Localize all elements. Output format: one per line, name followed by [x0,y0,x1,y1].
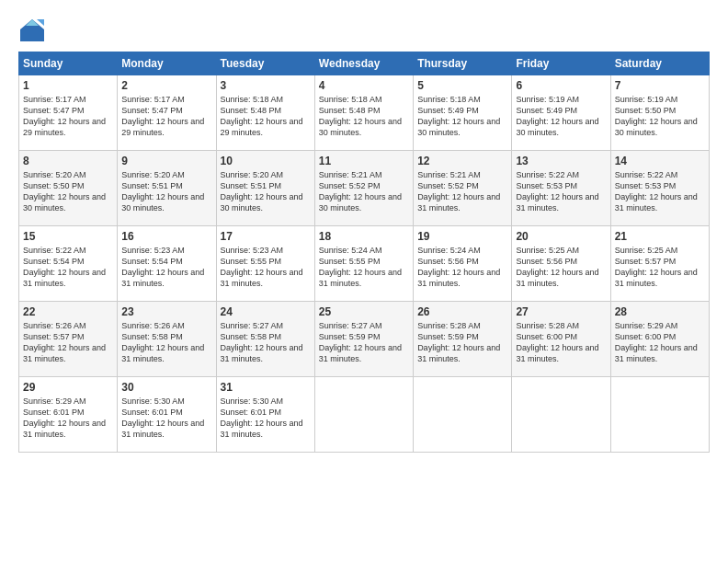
calendar-day-cell: 28 Sunrise: 5:29 AMSunset: 6:00 PMDaylig… [610,302,709,377]
day-info: Sunrise: 5:27 AMSunset: 5:58 PMDaylight:… [221,321,303,363]
day-number: 20 [516,230,606,243]
day-number: 17 [221,230,311,243]
svg-marker-2 [26,19,39,26]
day-number: 11 [319,155,409,167]
calendar-day-cell: 23 Sunrise: 5:26 AMSunset: 5:58 PMDaylig… [118,302,216,377]
logo-icon [18,17,46,44]
day-info: Sunrise: 5:26 AMSunset: 5:58 PMDaylight:… [121,321,204,363]
day-info: Sunrise: 5:25 AMSunset: 5:56 PMDaylight:… [516,246,598,288]
day-number: 8 [23,155,113,167]
weekday-header: Thursday [414,52,512,75]
day-number: 19 [417,230,507,243]
day-number: 31 [221,381,311,394]
calendar-day-cell: 24 Sunrise: 5:27 AMSunset: 5:58 PMDaylig… [216,302,314,377]
day-info: Sunrise: 5:28 AMSunset: 5:59 PMDaylight:… [417,321,500,363]
day-info: Sunrise: 5:22 AMSunset: 5:54 PMDaylight:… [23,246,106,288]
day-number: 24 [221,305,311,318]
calendar-day-cell: 26 Sunrise: 5:28 AMSunset: 5:59 PMDaylig… [414,302,512,377]
calendar-table: SundayMondayTuesdayWednesdayThursdayFrid… [18,52,710,453]
day-number: 13 [516,155,606,167]
calendar-day-cell: 15 Sunrise: 5:22 AMSunset: 5:54 PMDaylig… [19,226,118,302]
weekday-header: Tuesday [216,52,314,75]
calendar-week-row: 1 Sunrise: 5:17 AMSunset: 5:47 PMDayligh… [19,75,710,151]
day-number: 4 [319,79,409,92]
page: SundayMondayTuesdayWednesdayThursdayFrid… [0,0,728,563]
day-number: 16 [121,230,211,243]
day-info: Sunrise: 5:27 AMSunset: 5:59 PMDaylight:… [319,321,402,363]
calendar-day-cell: 16 Sunrise: 5:23 AMSunset: 5:54 PMDaylig… [118,226,216,302]
day-info: Sunrise: 5:29 AMSunset: 6:01 PMDaylight:… [23,396,106,439]
day-info: Sunrise: 5:17 AMSunset: 5:47 PMDaylight:… [121,95,204,137]
day-number: 2 [121,79,211,92]
calendar-day-cell: 27 Sunrise: 5:28 AMSunset: 6:00 PMDaylig… [512,302,610,377]
calendar-day-cell: 31 Sunrise: 5:30 AMSunset: 6:01 PMDaylig… [216,377,314,453]
logo [18,17,50,44]
day-info: Sunrise: 5:30 AMSunset: 6:01 PMDaylight:… [121,396,204,439]
day-number: 1 [23,79,113,92]
day-info: Sunrise: 5:17 AMSunset: 5:47 PMDaylight:… [23,95,106,137]
calendar-day-cell: 9 Sunrise: 5:20 AMSunset: 5:51 PMDayligh… [118,151,216,226]
calendar-day-cell: 13 Sunrise: 5:22 AMSunset: 5:53 PMDaylig… [512,151,610,226]
calendar-day-cell: 30 Sunrise: 5:30 AMSunset: 6:01 PMDaylig… [118,377,216,453]
day-info: Sunrise: 5:24 AMSunset: 5:56 PMDaylight:… [417,246,500,288]
calendar-day-cell: 25 Sunrise: 5:27 AMSunset: 5:59 PMDaylig… [314,302,413,377]
weekday-header: Wednesday [314,52,413,75]
calendar-day-cell: 21 Sunrise: 5:25 AMSunset: 5:57 PMDaylig… [610,226,709,302]
calendar-day-cell: 22 Sunrise: 5:26 AMSunset: 5:57 PMDaylig… [19,302,118,377]
day-number: 29 [23,381,113,394]
day-info: Sunrise: 5:19 AMSunset: 5:50 PMDaylight:… [615,95,698,137]
day-number: 18 [319,230,409,243]
day-info: Sunrise: 5:18 AMSunset: 5:48 PMDaylight:… [319,95,402,137]
calendar-day-cell [414,377,512,453]
day-number: 23 [121,305,211,318]
day-info: Sunrise: 5:30 AMSunset: 6:01 PMDaylight:… [221,396,303,439]
day-info: Sunrise: 5:29 AMSunset: 6:00 PMDaylight:… [615,321,698,363]
calendar-header-row: SundayMondayTuesdayWednesdayThursdayFrid… [19,52,710,75]
day-number: 22 [23,305,113,318]
day-number: 12 [417,155,507,167]
day-number: 27 [516,305,606,318]
calendar-day-cell: 14 Sunrise: 5:22 AMSunset: 5:53 PMDaylig… [610,151,709,226]
calendar-week-row: 22 Sunrise: 5:26 AMSunset: 5:57 PMDaylig… [19,302,710,377]
calendar-day-cell: 17 Sunrise: 5:23 AMSunset: 5:55 PMDaylig… [216,226,314,302]
day-number: 9 [121,155,211,167]
day-info: Sunrise: 5:19 AMSunset: 5:49 PMDaylight:… [516,95,598,137]
day-number: 26 [417,305,507,318]
day-number: 30 [121,381,211,394]
day-number: 14 [615,155,705,167]
day-number: 28 [615,305,705,318]
day-info: Sunrise: 5:20 AMSunset: 5:50 PMDaylight:… [23,170,106,213]
day-number: 6 [516,79,606,92]
calendar-week-row: 15 Sunrise: 5:22 AMSunset: 5:54 PMDaylig… [19,226,710,302]
calendar-day-cell: 6 Sunrise: 5:19 AMSunset: 5:49 PMDayligh… [512,75,610,151]
day-info: Sunrise: 5:20 AMSunset: 5:51 PMDaylight:… [121,170,204,213]
day-info: Sunrise: 5:22 AMSunset: 5:53 PMDaylight:… [615,170,698,213]
calendar-day-cell: 4 Sunrise: 5:18 AMSunset: 5:48 PMDayligh… [314,75,413,151]
calendar-day-cell: 12 Sunrise: 5:21 AMSunset: 5:52 PMDaylig… [414,151,512,226]
weekday-header: Friday [512,52,610,75]
calendar-week-row: 29 Sunrise: 5:29 AMSunset: 6:01 PMDaylig… [19,377,710,453]
day-info: Sunrise: 5:26 AMSunset: 5:57 PMDaylight:… [23,321,106,363]
day-number: 10 [221,155,311,167]
day-info: Sunrise: 5:23 AMSunset: 5:55 PMDaylight:… [221,246,303,288]
weekday-header: Sunday [19,52,118,75]
calendar-day-cell: 1 Sunrise: 5:17 AMSunset: 5:47 PMDayligh… [19,75,118,151]
calendar-day-cell: 18 Sunrise: 5:24 AMSunset: 5:55 PMDaylig… [314,226,413,302]
day-info: Sunrise: 5:24 AMSunset: 5:55 PMDaylight:… [319,246,402,288]
weekday-header: Monday [118,52,216,75]
day-info: Sunrise: 5:22 AMSunset: 5:53 PMDaylight:… [516,170,598,213]
day-number: 21 [615,230,705,243]
day-info: Sunrise: 5:25 AMSunset: 5:57 PMDaylight:… [615,246,698,288]
calendar-day-cell: 2 Sunrise: 5:17 AMSunset: 5:47 PMDayligh… [118,75,216,151]
header [18,17,710,44]
calendar-day-cell: 8 Sunrise: 5:20 AMSunset: 5:50 PMDayligh… [19,151,118,226]
calendar-day-cell: 5 Sunrise: 5:18 AMSunset: 5:49 PMDayligh… [414,75,512,151]
calendar-day-cell: 20 Sunrise: 5:25 AMSunset: 5:56 PMDaylig… [512,226,610,302]
calendar-day-cell: 19 Sunrise: 5:24 AMSunset: 5:56 PMDaylig… [414,226,512,302]
day-info: Sunrise: 5:28 AMSunset: 6:00 PMDaylight:… [516,321,598,363]
calendar-day-cell [314,377,413,453]
day-number: 5 [417,79,507,92]
day-number: 25 [319,305,409,318]
calendar-day-cell: 3 Sunrise: 5:18 AMSunset: 5:48 PMDayligh… [216,75,314,151]
day-number: 7 [615,79,705,92]
